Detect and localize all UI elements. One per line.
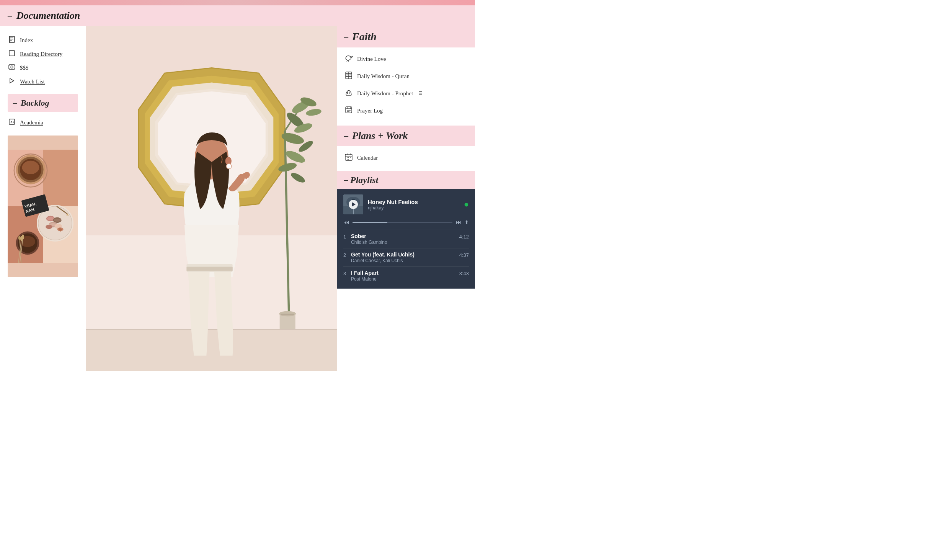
nav-item-prophet[interactable]: Daily Wisdom - Prophet ☰ [344, 85, 468, 102]
dove-icon [344, 54, 353, 64]
svg-rect-6 [9, 51, 15, 56]
track-row[interactable]: 1 Sober Childish Gambino 4:12 [343, 230, 469, 248]
spotify-player: Honey Nut Feelios rijhakay ● ⏮ ⏭ ⬆ 1 Sob… [337, 189, 475, 289]
svg-rect-71 [281, 314, 294, 315]
track-artist: Childish Gambino [351, 240, 459, 245]
money-icon [8, 63, 16, 72]
track-number: 1 [343, 233, 351, 240]
prayer-log-icon [344, 106, 353, 116]
prophet-icon [344, 88, 353, 99]
hero-image [86, 26, 337, 371]
track-details: I Fall Apart Post Malone [351, 270, 459, 282]
playlist-header: – Playlist [337, 171, 475, 189]
prophet-label: Daily Wisdom - Prophet [357, 90, 413, 97]
backlog-dash: – [13, 99, 17, 108]
plans-header: – Plans + Work [337, 126, 475, 146]
calendar-label: Calendar [357, 155, 378, 161]
track-number: 2 [343, 251, 351, 258]
share-button[interactable]: ⬆ [465, 219, 469, 225]
faith-dash: – [344, 32, 348, 42]
academia-icon: A+ [8, 118, 16, 127]
aesthetic-image-left: YEAH, NAH. [8, 136, 78, 277]
play-button[interactable] [349, 200, 358, 209]
nav-item-reading-directory[interactable]: Reading Directory [8, 47, 78, 60]
quran-label: Daily Wisdom - Quran [357, 73, 410, 80]
spotify-icon: ● [464, 199, 469, 209]
track-title: Sober [351, 233, 459, 239]
faith-header: – Faith [337, 26, 475, 47]
track-title: Get You (feat. Kali Uchis) [351, 251, 459, 258]
plans-title: Plans + Work [352, 130, 408, 142]
svg-text:A+: A+ [10, 121, 15, 124]
nav-item-prayer-log[interactable]: Prayer Log [344, 102, 468, 119]
track-title: I Fall Apart [351, 270, 459, 276]
plans-nav: Calendar [337, 146, 475, 170]
watch-list-label: Watch List [20, 78, 45, 85]
album-art [343, 194, 363, 214]
nav-item-index[interactable]: Index [8, 33, 78, 47]
divine-love-label: Divine Love [357, 56, 386, 62]
now-playing-artist: rijhakay [368, 205, 459, 211]
now-playing: Honey Nut Feelios rijhakay ● [343, 194, 469, 214]
svg-point-34 [46, 225, 52, 229]
svg-rect-7 [9, 65, 15, 69]
svg-rect-72 [86, 330, 337, 371]
nav-item-money[interactable]: $$$ [8, 60, 78, 75]
nav-item-calendar[interactable]: Calendar [344, 149, 468, 167]
svg-point-30 [54, 219, 61, 222]
reading-directory-label: Reading Directory [20, 51, 62, 57]
nav-item-quran[interactable]: Daily Wisdom - Quran [344, 68, 468, 85]
track-artist: Post Malone [351, 276, 459, 282]
svg-rect-17 [43, 150, 78, 206]
prayer-log-label: Prayer Log [357, 108, 383, 114]
track-details: Get You (feat. Kali Uchis) Daniel Caesar… [351, 251, 459, 263]
play-icon [8, 78, 16, 85]
main-layout: Index Reading Directory $ [0, 26, 475, 371]
faith-nav: Divine Love Daily Wisdom - Quran [337, 47, 475, 122]
svg-rect-87 [346, 107, 352, 113]
quran-icon [344, 71, 353, 82]
square-icon [8, 50, 16, 58]
faith-title: Faith [352, 31, 377, 43]
skip-forward-button[interactable]: ⏭ [455, 219, 462, 226]
svg-point-48 [22, 235, 24, 240]
progress-fill [353, 222, 387, 223]
index-label: Index [20, 37, 33, 44]
track-info: Honey Nut Feelios rijhakay [368, 199, 459, 211]
calendar-icon [344, 153, 353, 163]
money-label: $$$ [20, 65, 29, 71]
left-sidebar: Index Reading Directory $ [0, 26, 86, 371]
track-list: 1 Sober Childish Gambino 4:12 2 Get You … [343, 230, 469, 285]
now-playing-title: Honey Nut Feelios [368, 199, 459, 205]
backlog-title: Backlog [21, 98, 49, 108]
book-icon [8, 36, 16, 45]
top-accent-bar [0, 0, 475, 5]
svg-point-49 [18, 236, 20, 240]
svg-marker-13 [10, 78, 14, 83]
svg-rect-79 [186, 267, 232, 271]
progress-bar-container: ⏮ ⏭ ⬆ [343, 219, 469, 226]
nav-item-watch-list[interactable]: Watch List [8, 75, 78, 88]
svg-point-23 [22, 161, 39, 174]
track-details: Sober Childish Gambino [351, 233, 459, 245]
nav-item-divine-love[interactable]: Divine Love [344, 51, 468, 68]
track-row[interactable]: 3 I Fall Apart Post Malone 3:43 [343, 266, 469, 285]
playlist-title: Playlist [350, 175, 378, 185]
progress-bar[interactable] [353, 222, 452, 223]
track-duration: 4:12 [459, 233, 469, 240]
nav-item-academia[interactable]: A+ Academia [8, 116, 78, 129]
svg-point-77 [226, 163, 232, 169]
documentation-header: – Documentation [0, 5, 475, 26]
center-area [86, 26, 337, 371]
documentation-title: Documentation [16, 10, 80, 21]
academia-label: Academia [20, 119, 43, 126]
plans-dash: – [344, 131, 348, 141]
skip-back-button[interactable]: ⏮ [343, 219, 349, 226]
track-number: 3 [343, 270, 351, 276]
backlog-header: – Backlog [8, 94, 78, 112]
documentation-dash: – [8, 11, 12, 21]
svg-point-8 [11, 66, 13, 68]
track-row[interactable]: 2 Get You (feat. Kali Uchis) Daniel Caes… [343, 248, 469, 266]
track-artist: Daniel Caesar, Kali Uchis [351, 258, 459, 263]
track-duration: 3:43 [459, 270, 469, 276]
